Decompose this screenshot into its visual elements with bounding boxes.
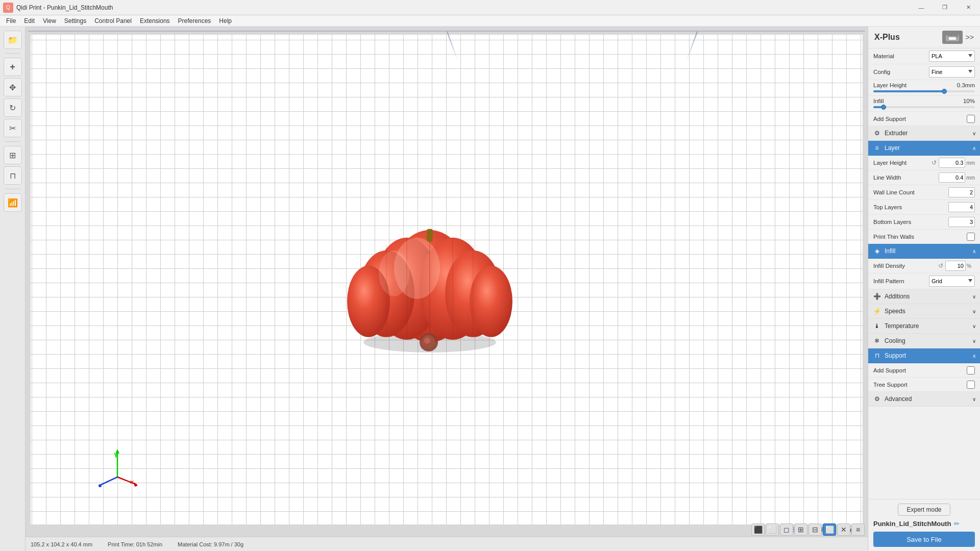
open-folder-button[interactable]: 📁	[4, 31, 22, 49]
viewport[interactable]: Y ✕ Solid X-Ray Layer ⬛ ⬜ ◻	[26, 27, 868, 551]
material-select[interactable]: PLA ABS PETG TPU	[929, 51, 975, 62]
layer-section-icon: ≡	[872, 143, 881, 153]
wall-line-count-label: Wall Line Count	[873, 189, 948, 195]
additions-arrow: ∨	[972, 294, 976, 299]
layer-active-button[interactable]: ⬜	[823, 523, 836, 536]
infill-pattern-label: Infill Pattern	[873, 278, 929, 284]
right-panel: X-Plus >> Material PLA ABS PETG	[868, 27, 980, 551]
speeds-section-header[interactable]: ⚡ Speeds ∨	[868, 304, 980, 319]
infill-thumb[interactable]	[881, 105, 886, 110]
delete-object-button[interactable]: ✕	[837, 523, 850, 536]
rotate-tool-button[interactable]: ↻	[4, 98, 22, 117]
layer-height-slider-label: Layer Height	[873, 82, 906, 88]
menu-item-settings[interactable]: Settings	[60, 16, 90, 26]
window-title: Qidi Print - Punkin_Lid_StitchMouth	[16, 4, 910, 11]
xplus-header: X-Plus >>	[868, 27, 980, 48]
svg-line-28	[101, 477, 117, 485]
toolbar-divider3	[5, 189, 20, 189]
icon-bar-bottom: ⬛ ⬜ ◻ ⊞ ⊟ ⬜ ✕ ≡	[751, 522, 868, 537]
menu-item-view[interactable]: View	[39, 16, 60, 26]
layer-height-reset[interactable]: ↺	[932, 159, 937, 166]
support-button[interactable]: ⊓	[4, 166, 22, 185]
group-button[interactable]: ⊞	[4, 146, 22, 164]
layer-height-input[interactable]	[939, 158, 965, 168]
close-button[interactable]: ✕	[957, 0, 980, 15]
cooling-label: Cooling	[885, 337, 972, 344]
cube-wireframe-button[interactable]: ◻	[780, 523, 793, 536]
add-object-button[interactable]: +	[4, 58, 22, 76]
temperature-section-header[interactable]: 🌡 Temperature ∨	[868, 319, 980, 334]
viewport-grid: Y ✕	[31, 35, 863, 524]
edit-filename-button[interactable]: ✏	[954, 520, 960, 528]
cut-tool-button[interactable]: ✂	[4, 119, 22, 137]
wall-line-count-input[interactable]	[948, 187, 975, 197]
menu-item-control panel[interactable]: Control Panel	[90, 16, 136, 26]
line-width-row: Line Width mm	[868, 170, 980, 185]
minimize-button[interactable]: —	[910, 0, 933, 15]
restore-button[interactable]: ❐	[933, 0, 957, 15]
printer-icon	[942, 31, 963, 44]
config-row: Config Fine Normal Fast	[868, 64, 980, 80]
extruder-arrow: ∨	[972, 131, 976, 136]
layer-section-label: Layer	[885, 144, 972, 152]
infill-density-unit: %	[967, 263, 975, 269]
layer-height-track[interactable]	[873, 90, 975, 92]
bottom-layers-input[interactable]	[948, 217, 975, 227]
infill-track[interactable]	[873, 106, 975, 108]
infill-density-input[interactable]	[945, 261, 966, 271]
print-time-label: Print Time: 01h 52min	[108, 541, 162, 547]
config-select[interactable]: Fine Normal Fast	[929, 66, 975, 78]
printer-name: X-Plus	[874, 33, 900, 42]
material-cost-label: Material Cost: 9.97m / 30g	[178, 541, 243, 547]
add-support-checkbox[interactable]	[967, 115, 975, 123]
svg-point-9	[379, 251, 409, 296]
menu-item-help[interactable]: Help	[215, 16, 236, 26]
layer-section-arrow: ∧	[972, 145, 976, 151]
extruder-section-header[interactable]: ⚙ Extruder ∨	[868, 126, 980, 141]
cube-layers-button[interactable]: ⊟	[808, 523, 822, 536]
layer-height-unit: mm	[966, 160, 975, 166]
layer-section-header[interactable]: ≡ Layer ∧	[868, 141, 980, 156]
svg-point-21	[424, 338, 430, 344]
menu-item-edit[interactable]: Edit	[20, 16, 39, 26]
cube-solid-button[interactable]: ⬛	[751, 523, 765, 536]
additions-section-header[interactable]: ➕ Additions ∨	[868, 289, 980, 304]
expert-mode-button[interactable]: Expert mode	[898, 504, 950, 516]
toolbar-divider	[5, 53, 20, 54]
svg-point-7	[470, 266, 512, 337]
menu-item-file[interactable]: File	[2, 16, 20, 26]
infill-density-reset[interactable]: ↺	[938, 262, 943, 269]
advanced-section-header[interactable]: ⚙ Advanced ∨	[868, 392, 980, 407]
cooling-section-header[interactable]: ❄ Cooling ∨	[868, 334, 980, 348]
additions-label: Additions	[885, 293, 972, 300]
infill-section-arrow: ∧	[972, 248, 976, 254]
infill-slider-value: 10%	[963, 98, 975, 104]
file-name-row: Punkin_Lid_StitchMouth ✏	[873, 520, 975, 528]
wall-line-count-row: Wall Line Count	[868, 185, 980, 200]
tree-support-checkbox[interactable]	[967, 381, 975, 389]
layers-button[interactable]: ≡	[851, 523, 865, 536]
svg-rect-32	[949, 37, 956, 40]
top-layers-input[interactable]	[948, 202, 975, 212]
infill-density-label: Infill Density	[873, 263, 938, 269]
wifi-button[interactable]: 📶	[4, 193, 22, 212]
svg-text:✕: ✕	[130, 479, 134, 485]
cube-outline-button[interactable]: ⬜	[766, 523, 779, 536]
infill-section-header[interactable]: ◈ Infill ∧	[868, 244, 980, 259]
cube-parts-button[interactable]: ⊞	[794, 523, 807, 536]
add-support-inner-checkbox[interactable]	[967, 366, 975, 374]
bottom-panel: Expert mode Punkin_Lid_StitchMouth ✏ Sav…	[868, 499, 980, 551]
menu-item-preferences[interactable]: Preferences	[174, 16, 215, 26]
menu-item-extensions[interactable]: Extensions	[136, 16, 174, 26]
window-controls: — ❐ ✕	[910, 0, 980, 15]
save-to-file-button[interactable]: Save to File	[873, 532, 975, 547]
layer-height-label: Layer Height	[873, 160, 932, 166]
line-width-input[interactable]	[939, 172, 965, 183]
expand-panel-button[interactable]: >>	[966, 33, 974, 41]
print-thin-walls-checkbox[interactable]	[967, 233, 975, 241]
support-section-header[interactable]: ⊓ Support ∧	[868, 348, 980, 363]
infill-pattern-select[interactable]: Grid Lines Triangles Cubic Gyroid	[929, 276, 975, 287]
app-icon: Q	[3, 3, 13, 13]
layer-height-thumb[interactable]	[942, 89, 947, 94]
move-tool-button[interactable]: ✥	[4, 78, 22, 96]
